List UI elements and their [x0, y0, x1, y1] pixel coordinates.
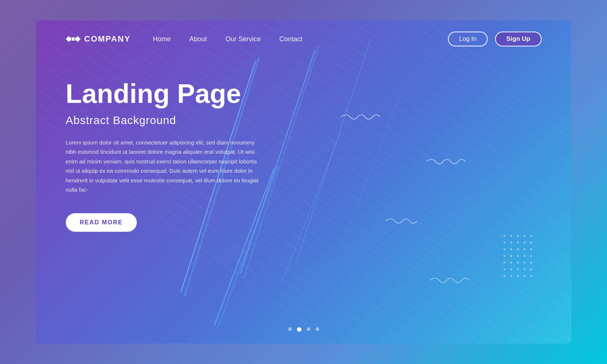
nav-service[interactable]: Our Service [225, 35, 261, 43]
hero-body: Lorem ipsum dolor sit amet, consectetuer… [66, 138, 259, 195]
svg-marker-76 [75, 36, 81, 42]
svg-line-17 [296, 20, 571, 344]
svg-point-57 [517, 255, 519, 257]
svg-point-43 [523, 235, 525, 237]
nav-links: Home About Our Service Contact [153, 35, 448, 43]
svg-point-72 [517, 275, 519, 277]
svg-point-54 [530, 248, 532, 250]
svg-point-49 [530, 242, 532, 244]
svg-point-50 [503, 248, 505, 250]
svg-point-73 [523, 275, 525, 277]
nav-about[interactable]: About [189, 35, 207, 43]
nav-actions: Log In Sign Up [448, 32, 541, 46]
nav-contact[interactable]: Contact [279, 35, 302, 43]
svg-point-61 [510, 262, 512, 264]
svg-line-15 [259, 20, 571, 344]
svg-point-66 [510, 269, 512, 270]
logo-text: COMPANY [84, 34, 131, 44]
svg-point-51 [510, 248, 512, 250]
svg-line-19 [333, 20, 571, 344]
svg-point-62 [517, 262, 519, 264]
svg-point-52 [517, 248, 519, 250]
hero-title: Landing Page [66, 80, 267, 108]
svg-point-63 [523, 262, 525, 264]
login-button[interactable]: Log In [448, 32, 488, 46]
svg-line-39 [341, 95, 400, 247]
hero-section: Landing Page Abstract Background Lorem i… [36, 58, 296, 232]
svg-point-58 [523, 255, 525, 257]
slide-dot-4[interactable] [316, 327, 319, 331]
svg-point-70 [503, 275, 505, 277]
svg-point-64 [530, 262, 532, 264]
svg-line-24 [426, 20, 571, 344]
slide-dot-1[interactable] [288, 327, 292, 331]
svg-point-65 [503, 269, 505, 270]
svg-rect-77 [72, 37, 74, 40]
svg-point-74 [530, 275, 532, 277]
nav-home[interactable]: Home [153, 35, 171, 43]
slide-dot-3[interactable] [307, 327, 310, 331]
page-card: COMPANY Home About Our Service Contact L… [36, 20, 571, 344]
outer-wrapper: COMPANY Home About Our Service Contact L… [36, 20, 571, 344]
svg-marker-75 [66, 36, 71, 42]
svg-point-46 [510, 242, 512, 244]
svg-point-40 [503, 235, 505, 237]
logo-icon [66, 34, 81, 44]
svg-point-53 [523, 248, 525, 250]
read-more-button[interactable]: READ MORE [66, 213, 137, 232]
slide-dot-2[interactable] [297, 327, 301, 332]
svg-point-42 [517, 235, 519, 237]
signup-button[interactable]: Sign Up [495, 32, 541, 46]
svg-point-55 [503, 255, 505, 257]
svg-line-23 [408, 20, 571, 344]
svg-line-18 [315, 20, 571, 344]
svg-line-21 [371, 20, 571, 344]
svg-point-59 [530, 255, 532, 257]
svg-line-16 [278, 20, 571, 344]
svg-line-22 [389, 20, 571, 344]
svg-point-56 [510, 255, 512, 257]
slide-dots [288, 327, 319, 332]
svg-point-60 [503, 262, 505, 264]
svg-point-71 [510, 275, 512, 277]
hero-subtitle: Abstract Background [66, 114, 267, 127]
svg-point-41 [510, 235, 512, 237]
svg-line-20 [352, 20, 571, 344]
navbar: COMPANY Home About Our Service Contact L… [36, 20, 571, 58]
svg-point-48 [523, 242, 525, 244]
svg-point-67 [517, 269, 519, 270]
svg-point-69 [530, 269, 532, 270]
svg-line-35 [296, 39, 371, 262]
svg-point-44 [530, 235, 532, 237]
logo[interactable]: COMPANY [66, 34, 131, 44]
svg-point-45 [503, 242, 505, 244]
svg-point-68 [523, 269, 525, 270]
svg-point-47 [517, 242, 519, 244]
